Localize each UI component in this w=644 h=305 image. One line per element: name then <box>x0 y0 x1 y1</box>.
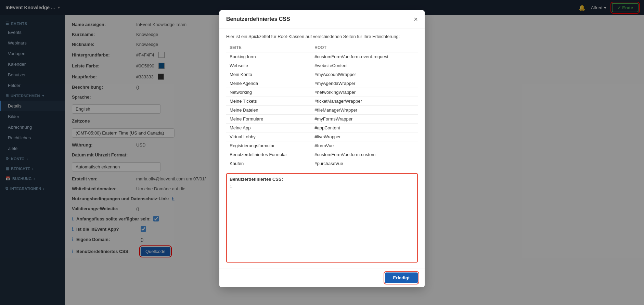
table-cell-page: Meine Agenda <box>226 79 311 88</box>
table-cell-root: #liveWrapper <box>311 132 418 141</box>
table-cell-root: #customFormVue.form-custom <box>311 150 418 159</box>
table-row: Registrierungsformular#formVue <box>226 141 418 150</box>
modal-title: Benutzerdefiniertes CSS <box>226 16 290 22</box>
table-cell-root: #myAccountWrapper <box>311 70 418 79</box>
custom-css-modal: Benutzerdefiniertes CSS × Hier ist ein S… <box>219 10 425 287</box>
table-row: Webseite#websiteContent <box>226 61 418 70</box>
modal-overlay: Benutzerdefiniertes CSS × Hier ist ein S… <box>0 0 644 305</box>
col-header-root: ROOT <box>311 43 418 52</box>
css-editor-wrapper: 1 <box>230 184 414 259</box>
table-cell-root: #networkingWrapper <box>311 88 418 97</box>
table-row: Kaufen#purchaseVue <box>226 159 418 168</box>
css-textarea[interactable] <box>235 184 414 259</box>
table-row: Meine App#appContent <box>226 124 418 132</box>
css-editor-section: Benutzerdefiniertes CSS: 1 <box>226 173 418 263</box>
cheatsheet-table: SEITE ROOT Booking form#customFormVue.fo… <box>226 43 418 168</box>
table-cell-root: #websiteContent <box>311 61 418 70</box>
table-cell-page: Registrierungsformular <box>226 141 311 150</box>
table-row: Booking form#customFormVue.form-event-re… <box>226 52 418 61</box>
table-cell-page: Meine App <box>226 124 311 132</box>
table-cell-root: #fileManagerWrapper <box>311 106 418 115</box>
table-cell-page: Mein Konto <box>226 70 311 79</box>
table-cell-page: Webseite <box>226 61 311 70</box>
modal-subtitle: Hier ist ein Spickzettel für Root-Klasse… <box>226 34 418 39</box>
table-row: Benutzerdefiniertes Formular#customFormV… <box>226 150 418 159</box>
table-cell-root: #customFormVue.form-event-request <box>311 52 418 61</box>
modal-body: Hier ist ein Spickzettel für Root-Klasse… <box>219 28 425 268</box>
modal-footer: Erledigt <box>219 268 425 287</box>
modal-close-button[interactable]: × <box>414 16 418 23</box>
table-cell-root: #purchaseVue <box>311 159 418 168</box>
table-row: Meine Formulare#myFormsWrapper <box>226 115 418 124</box>
table-cell-page: Kaufen <box>226 159 311 168</box>
table-cell-page: Meine Dateien <box>226 106 311 115</box>
table-row: Meine Tickets#ticketManagerWrapper <box>226 97 418 106</box>
table-cell-page: Booking form <box>226 52 311 61</box>
table-cell-root: #ticketManagerWrapper <box>311 97 418 106</box>
table-cell-root: #formVue <box>311 141 418 150</box>
table-cell-page: Meine Tickets <box>226 97 311 106</box>
table-cell-root: #myAgendaWrapper <box>311 79 418 88</box>
table-cell-page: Networking <box>226 88 311 97</box>
table-cell-page: Meine Formulare <box>226 115 311 124</box>
table-row: Mein Konto#myAccountWrapper <box>226 70 418 79</box>
table-row: Networking#networkingWrapper <box>226 88 418 97</box>
table-cell-page: Virtual Lobby <box>226 132 311 141</box>
table-cell-page: Benutzerdefiniertes Formular <box>226 150 311 159</box>
col-header-page: SEITE <box>226 43 311 52</box>
table-row: Meine Dateien#fileManagerWrapper <box>226 106 418 115</box>
table-row: Meine Agenda#myAgendaWrapper <box>226 79 418 88</box>
table-cell-root: #appContent <box>311 124 418 132</box>
table-row: Virtual Lobby#liveWrapper <box>226 132 418 141</box>
done-button[interactable]: Erledigt <box>385 272 418 283</box>
css-editor-label: Benutzerdefiniertes CSS: <box>230 177 414 182</box>
line-number: 1 <box>230 184 232 189</box>
table-cell-root: #myFormsWrapper <box>311 115 418 124</box>
modal-header: Benutzerdefiniertes CSS × <box>219 10 425 28</box>
